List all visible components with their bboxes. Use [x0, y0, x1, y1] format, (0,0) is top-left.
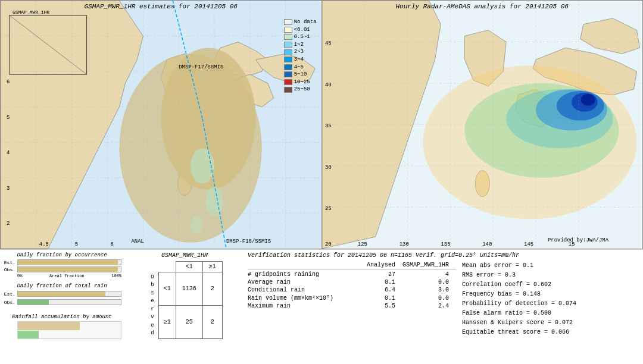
- est-label-2: Est.: [2, 291, 15, 297]
- svg-text:6: 6: [7, 79, 10, 85]
- colorbar-label-2-3: 2~3: [294, 48, 304, 56]
- occurrence-est-row: Est.: [2, 259, 121, 265]
- colorbar: No data <0.01 0.5~1 1~2 2~3: [284, 18, 317, 93]
- obs-label-2: Obs.: [2, 300, 15, 305]
- colorbar-swatch-05-1: [284, 34, 292, 40]
- verif-row-max-rain: Maximum rain 5.5 2.4: [248, 302, 456, 310]
- accumulation-chart-title: Rainfall accumulation by amount: [2, 314, 121, 320]
- stat-rms-error: RMS error = 0.3: [462, 271, 576, 280]
- svg-text:45: 45: [324, 40, 331, 46]
- main-container: GSMAP_MWR_1HR estimates for 20141205 06: [0, 0, 643, 364]
- cont-corner2: [158, 262, 176, 272]
- maps-row: GSMAP_MWR_1HR estimates for 20141205 06: [0, 0, 643, 250]
- colorbar-label-25-50: 25~50: [294, 86, 310, 93]
- occurrence-obs-row: Obs.: [2, 266, 121, 272]
- verif-panel: Verification statistics for 20141205 06 …: [248, 252, 641, 362]
- stat-pod: Probability of detection = 0.074: [462, 299, 576, 308]
- cont-v21: 25: [176, 306, 202, 339]
- cont-col-ge1: ≥1: [202, 262, 222, 272]
- accumulation-chart: [17, 321, 121, 339]
- verif-row-cond-rain: Conditional rain 6.4 3.0: [248, 286, 456, 294]
- cont-row-ge1: ≥1 25 2: [146, 306, 222, 339]
- contingency-table: <1 ≥1 Observed <1 1136 2 ≥1 25 2: [146, 261, 223, 339]
- verif-stats-table: Analysed GSMAP_MWR_1HR # gridpoints rain…: [248, 261, 456, 310]
- occurrence-est-fill: [18, 260, 118, 265]
- colorbar-label-nodata: No data: [294, 18, 317, 26]
- verif-val2-avg-rain: 0.0: [402, 278, 456, 286]
- svg-point-10: [205, 187, 223, 216]
- svg-text:25: 25: [324, 206, 331, 212]
- occurrence-obs-fill: [18, 267, 118, 272]
- svg-text:20: 20: [324, 241, 331, 247]
- obs-side-label: Observed: [146, 272, 158, 339]
- svg-text:3: 3: [7, 186, 10, 192]
- stat-corr-coeff: Correlation coeff = 0.602: [462, 280, 576, 289]
- svg-text:4.5: 4.5: [39, 241, 49, 247]
- verif-val2-gridpoints: 4: [402, 271, 456, 278]
- svg-text:ANAL: ANAL: [131, 239, 144, 244]
- verif-col-header-row: Analysed GSMAP_MWR_1HR: [248, 261, 456, 269]
- cont-col-lt1: <1: [176, 262, 202, 272]
- stat-false-alarm: False alarm ratio = 0.500: [462, 309, 576, 318]
- verif-col-gsmap: GSMAP_MWR_1HR: [402, 261, 456, 269]
- svg-text:DMSP-F16/SSMIS: DMSP-F16/SSMIS: [226, 239, 271, 244]
- colorbar-nodata: No data: [284, 18, 317, 26]
- colorbar-swatch-25-50: [284, 87, 292, 93]
- colorbar-swatch-1-2: [284, 42, 292, 48]
- obs-label-1: Obs.: [2, 267, 15, 272]
- rain-est-row: Est.: [2, 290, 121, 297]
- verif-col-empty: [248, 261, 367, 269]
- stat-freq-bias: Frequency bias = 0.148: [462, 290, 576, 299]
- verif-row-avg-rain: Average rain 0.1 0.0: [248, 278, 456, 286]
- colorbar-label-10-25: 10~25: [294, 79, 310, 86]
- axis-label-1: Areal fraction: [49, 274, 85, 278]
- occurrence-obs-bar: [17, 266, 121, 272]
- colorbar-05-1: 0.5~1: [284, 33, 317, 41]
- verif-val1-cond-rain: 6.4: [367, 286, 402, 294]
- bottom-row: Daily fraction by occurrence Est. Obs. 0…: [0, 250, 643, 364]
- svg-text:4: 4: [7, 150, 10, 156]
- svg-text:DMSP-F17/SSMIS: DMSP-F17/SSMIS: [179, 64, 223, 70]
- axis-left-1: 0%: [17, 274, 22, 278]
- verif-val1-avg-rain: 0.1: [367, 278, 402, 286]
- cont-corner: [146, 262, 158, 272]
- rain-obs-row: Obs.: [2, 299, 121, 306]
- verif-val2-volume: 0.0: [402, 294, 456, 302]
- svg-text:6: 6: [110, 241, 113, 247]
- colorbar-label-05-1: 0.5~1: [294, 33, 310, 41]
- cont-v22: 2: [202, 306, 222, 339]
- colorbar-label-1-2: 1~2: [294, 41, 304, 49]
- cont-v12: 2: [202, 272, 222, 306]
- verif-col-analysed: Analysed: [367, 261, 402, 269]
- svg-point-11: [191, 216, 202, 234]
- left-map-panel: GSMAP_MWR_1HR estimates for 20141205 06: [0, 0, 322, 249]
- rain-obs-bar: [17, 299, 121, 305]
- colorbar-swatch-4-5: [284, 64, 292, 70]
- svg-text:135: 135: [441, 241, 450, 247]
- rain-chart-title: Daily fraction of total rain: [2, 283, 121, 289]
- rain-obs-fill: [18, 300, 49, 305]
- svg-text:40: 40: [324, 82, 331, 88]
- verif-content: Analysed GSMAP_MWR_1HR # gridpoints rain…: [248, 261, 641, 337]
- cont-header-row: <1 ≥1: [146, 262, 222, 272]
- left-map-title: GSMAP_MWR_1HR estimates for 20141205 06: [85, 3, 238, 10]
- verif-val2-max-rain: 2.4: [402, 302, 456, 310]
- contingency-panel: GSMAP_MWR_1HR <1 ≥1 Observed <1 1136 2 ≥…: [125, 252, 244, 362]
- svg-text:140: 140: [482, 241, 492, 247]
- svg-text:5: 5: [7, 115, 10, 121]
- rain-est-bar: [17, 291, 121, 297]
- colorbar-3-4: 3~4: [284, 56, 317, 64]
- colorbar-10-25: 10~25: [284, 79, 317, 86]
- colorbar-25-50: 25~50: [284, 86, 317, 93]
- stats-right-panel: Mean abs error = 0.1 RMS error = 0.3 Cor…: [462, 261, 576, 337]
- verif-row-gridpoints: # gridpoints raining 27 4: [248, 271, 456, 278]
- colorbar-4-5: 4~5: [284, 64, 317, 71]
- contingency-title: GSMAP_MWR_1HR: [161, 252, 208, 259]
- colorbar-5-10: 5~10: [284, 71, 317, 79]
- axis-right-1: 100%: [111, 274, 121, 278]
- svg-text:35: 35: [324, 123, 331, 129]
- colorbar-label-lt001: <0.01: [294, 26, 310, 34]
- verif-table-container: Analysed GSMAP_MWR_1HR # gridpoints rain…: [248, 261, 456, 337]
- occurrence-chart-title: Daily fraction by occurrence: [2, 252, 121, 258]
- charts-panel: Daily fraction by occurrence Est. Obs. 0…: [2, 252, 121, 362]
